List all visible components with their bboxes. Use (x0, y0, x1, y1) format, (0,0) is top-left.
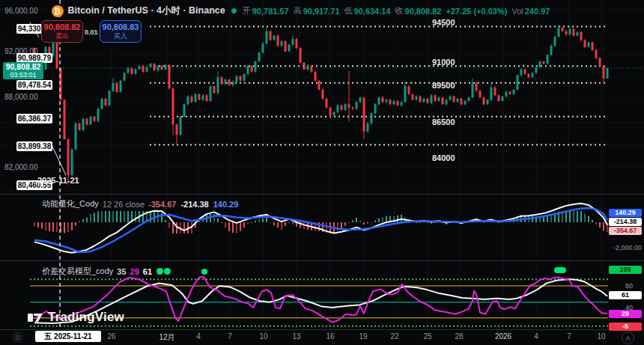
candle (94, 117, 96, 121)
macd-histogram-bar (367, 222, 368, 223)
candle (322, 90, 324, 99)
indicator-axis-label: 40 (623, 304, 635, 311)
candle (303, 63, 306, 70)
price-tag: 86,386.37 (16, 114, 52, 123)
signal-dot-icon (554, 267, 566, 273)
macd-histogram-bar (86, 218, 88, 222)
candle (251, 66, 253, 72)
macd-histogram-bar (277, 222, 279, 228)
sell-price: 90,808.82 (42, 22, 82, 32)
macd-histogram-bar (363, 222, 365, 225)
open-label: 开 (243, 5, 251, 16)
candle (296, 39, 298, 48)
time-tick-label: 12月 (159, 332, 174, 343)
candle (427, 99, 429, 103)
candle (90, 117, 92, 125)
current-price-tag: 90,808.8203:53:01 (3, 62, 43, 79)
macd-histogram-bar (397, 216, 398, 222)
level-label: 89500 (432, 81, 455, 90)
candle (311, 66, 313, 72)
candle (146, 67, 148, 72)
open-value: 90,781.57 (252, 7, 289, 16)
macd-line (34, 204, 607, 253)
candle (101, 99, 103, 109)
macd-histogram-bar (236, 222, 237, 233)
macd-histogram-bar (150, 211, 151, 222)
replay-button[interactable]: 2 (12, 332, 23, 343)
close-value: 90,808.82 (405, 7, 442, 16)
candle (285, 41, 287, 52)
indicator-axis-label: 80 (623, 282, 635, 290)
candle (127, 68, 130, 73)
market-status-icon[interactable] (231, 8, 237, 13)
candle (97, 109, 100, 121)
macd-histogram-bar (168, 222, 170, 228)
candle (569, 29, 571, 35)
time-tick-label: 28 (455, 332, 463, 341)
vline-date-label: 2025-11-21 (37, 176, 79, 185)
indicator1-name[interactable]: 动能量化_Cody (42, 198, 99, 210)
price-tag: 83,899.38 (16, 141, 52, 151)
candle (513, 90, 515, 94)
macd-histogram-bar (183, 222, 185, 233)
macd-histogram-bar (341, 222, 342, 228)
macd-histogram-bar (592, 220, 593, 222)
candle (543, 61, 545, 64)
indicator2-name[interactable]: 价差交易模型_cody (42, 266, 113, 277)
macd-histogram-bar (37, 222, 39, 228)
candle (142, 66, 145, 72)
time-axis[interactable]: 2 五 2025-11-21 08:00 2612月47101316192225… (0, 330, 644, 345)
low-label: 低 (344, 5, 353, 16)
macd-histogram-bar (127, 211, 129, 222)
indicator1-value: -214.38 (180, 200, 208, 209)
macd-histogram-bar (416, 222, 417, 223)
auto-scale-button[interactable]: A (622, 332, 634, 344)
time-tick-label: 10 (597, 332, 605, 341)
candle (187, 97, 189, 105)
buy-button[interactable]: 90,808.83 买入 (100, 20, 142, 43)
macd-histogram-bar (198, 221, 200, 222)
macd-histogram-bar (371, 222, 372, 223)
candle (243, 74, 246, 81)
symbol-title[interactable]: Bitcoin / TetherUS · 4小时 · Binance (68, 4, 225, 17)
candle (464, 101, 467, 105)
candle (595, 50, 598, 58)
macd-histogram-bar (161, 213, 162, 222)
candle (157, 66, 160, 70)
macd-histogram-bar (116, 211, 118, 222)
macd-histogram-bar (49, 222, 50, 231)
macd-histogram-bar (79, 221, 80, 222)
macd-histogram-bar (303, 222, 305, 229)
candle (386, 100, 388, 102)
macd-histogram-bar (64, 222, 65, 233)
indicator2-title[interactable]: 价差交易模型_cody 352961 (42, 266, 171, 277)
candle (82, 119, 85, 130)
time-tick-label: 4 (534, 332, 538, 341)
macd-histogram-bar (281, 222, 282, 230)
sell-button[interactable]: 90,808.82 卖出 (41, 20, 83, 43)
macd-histogram-bar (165, 220, 166, 222)
indicator1-title[interactable]: 动能量化_Cody 12 26 close -354.67-214.38140.… (42, 198, 238, 210)
macd-histogram-bar (565, 211, 567, 222)
macd-histogram-bar (483, 222, 484, 223)
candle (483, 97, 485, 104)
macd-histogram-bar (240, 222, 241, 231)
candle (434, 95, 437, 101)
candle (258, 52, 261, 61)
macd-histogram-bar (135, 211, 136, 222)
macd-histogram-bar (352, 220, 353, 222)
signal-dot-icon (157, 268, 163, 275)
level-label: 91000 (432, 58, 455, 67)
candle (573, 29, 575, 36)
candle (498, 95, 500, 101)
candle (288, 45, 291, 52)
macd-histogram-bar (34, 222, 35, 227)
candle (367, 123, 369, 132)
macd-histogram-bar (285, 222, 286, 226)
macd-histogram-bar (71, 222, 73, 230)
candle (255, 61, 257, 72)
crosshair-time-tag: 五 2025-11-21 08:00 (35, 331, 101, 342)
candle (607, 68, 609, 79)
candle (359, 97, 362, 102)
chart-canvas[interactable] (0, 0, 644, 345)
